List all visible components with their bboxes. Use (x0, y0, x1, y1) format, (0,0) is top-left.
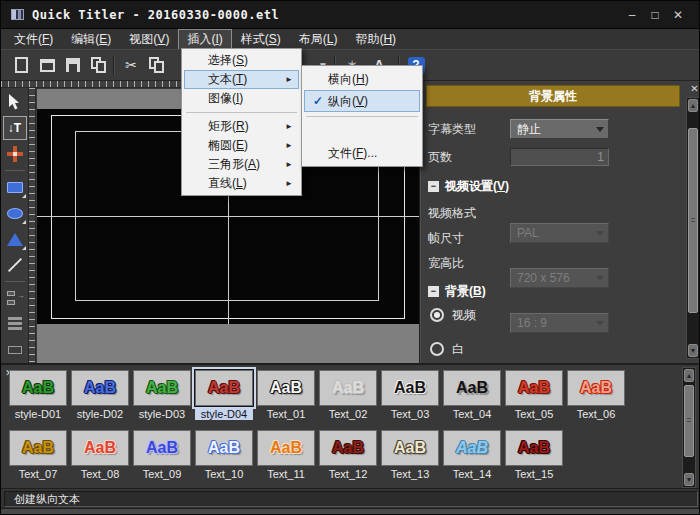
menubar-item[interactable]: 帮助H (346, 29, 405, 50)
scrollbar-thumb[interactable] (688, 128, 698, 313)
style-thumbnail[interactable]: AaB (567, 370, 625, 406)
background-radio-option[interactable]: 白 (430, 339, 476, 359)
style-label: Text_10 (195, 468, 253, 480)
rectangle-tool[interactable] (3, 175, 27, 199)
style-item[interactable]: AaB Text_14 (443, 430, 501, 480)
style-thumbnail[interactable]: AaB (257, 430, 315, 466)
style-item[interactable]: AaB Text_05 (505, 370, 563, 420)
style-label: Text_03 (381, 408, 439, 420)
text-submenu-item[interactable]: ✓ 纵向V ► (304, 90, 420, 112)
text-submenu-item[interactable]: ✓ ► (306, 116, 418, 138)
style-thumbnail[interactable]: AaB (443, 370, 501, 406)
style-item[interactable]: AaB Text_15 (505, 430, 563, 480)
gallery-scrollbar[interactable]: ▲ ▼ (682, 367, 696, 488)
layers-tool[interactable] (3, 312, 27, 336)
aspect-ratio-label: 宽高比 (428, 253, 464, 273)
style-thumbnail[interactable]: AaB (443, 430, 501, 466)
insert-menu-item[interactable]: ✓ 选择S ► (184, 51, 299, 70)
panel-close-icon[interactable]: ✕ (688, 82, 700, 95)
new-document-icon[interactable] (9, 53, 33, 77)
line-tool[interactable] (3, 253, 27, 277)
style-item[interactable]: AaB Text_04 (443, 370, 501, 420)
ellipse-tool[interactable] (3, 201, 27, 225)
style-item[interactable]: AaB Text_07 (9, 430, 67, 480)
style-item[interactable]: AaB Text_03 (381, 370, 439, 420)
style-item[interactable]: AaB style-D03 (133, 370, 191, 420)
style-thumbnail[interactable]: AaB (195, 430, 253, 466)
vertical-text-tool[interactable]: ↓T (3, 116, 27, 140)
style-item[interactable]: AaB Text_13 (381, 430, 439, 480)
style-item[interactable]: AaB Text_10 (195, 430, 253, 480)
menubar-item[interactable]: 布局L (290, 29, 347, 50)
style-sample: AaB (394, 379, 426, 397)
style-thumbnail[interactable]: AaB (381, 370, 439, 406)
scroll-up-icon[interactable]: ▲ (684, 369, 694, 382)
style-item[interactable]: AaB style-D02 (71, 370, 129, 420)
scroll-down-icon[interactable]: ▼ (688, 344, 698, 357)
save-icon[interactable] (61, 53, 85, 77)
align-tool[interactable] (3, 286, 27, 310)
insert-menu-item[interactable]: ✓ 椭圆E ► (184, 136, 299, 155)
panel-scrollbar[interactable]: ▲ ▼ (686, 97, 700, 359)
style-item[interactable]: AaB style-D01 (9, 370, 67, 420)
insert-menu-item[interactable]: ✓ 矩形R ► (184, 117, 299, 136)
style-item[interactable]: AaB Text_09 (133, 430, 191, 480)
menubar-item[interactable]: 视图V (120, 29, 178, 50)
pages-input[interactable] (510, 148, 609, 166)
style-item[interactable]: AaB style-D04 (195, 370, 253, 420)
style-item[interactable]: AaB Text_02 (319, 370, 377, 420)
menubar-item[interactable]: 编辑E (62, 29, 120, 50)
order-tool[interactable] (3, 338, 27, 362)
style-item[interactable]: AaB Text_11 (257, 430, 315, 480)
style-thumbnail[interactable]: AaB (9, 370, 67, 406)
style-thumbnail[interactable]: AaB (505, 430, 563, 466)
menubar-item[interactable]: 文件F (5, 29, 62, 50)
insert-menu-item[interactable]: ✓ ► (186, 112, 297, 113)
insert-menu-item[interactable]: ✓ 图像I ► (184, 89, 299, 108)
scrollbar-thumb[interactable] (684, 385, 694, 457)
menubar-item-label: 样式 (241, 32, 265, 46)
copy-icon[interactable] (145, 53, 169, 77)
insert-menu-item[interactable]: ✓ 直线L ► (184, 174, 299, 193)
style-label: Text_04 (443, 408, 501, 420)
text-submenu-item[interactable]: ✓ 横向H ► (304, 68, 420, 90)
style-thumbnail[interactable]: AaB (9, 430, 67, 466)
style-thumbnail[interactable]: AaB (319, 370, 377, 406)
background-radio-option[interactable]: 视频 (430, 305, 476, 325)
copy-title-icon[interactable] (87, 53, 111, 77)
style-thumbnail[interactable]: AaB (195, 370, 253, 406)
style-thumbnail[interactable]: AaB (381, 430, 439, 466)
minimize-icon[interactable]: – (625, 8, 639, 22)
scroll-down-icon[interactable]: ▼ (684, 473, 694, 486)
transform-tool[interactable] (3, 142, 27, 166)
style-item[interactable]: AaB Text_01 (257, 370, 315, 420)
style-thumbnail[interactable]: AaB (319, 430, 377, 466)
style-item[interactable]: AaB Text_06 (567, 370, 625, 420)
style-item[interactable]: AaB Text_12 (319, 430, 377, 480)
video-settings-section: − 视频设置V (428, 178, 509, 194)
style-thumbnail[interactable]: AaB (505, 370, 563, 406)
cut-icon[interactable]: ✂ (119, 53, 143, 77)
style-thumbnail[interactable]: AaB (71, 430, 129, 466)
style-thumbnail[interactable]: AaB (133, 370, 191, 406)
menubar-item[interactable]: 插入I (178, 29, 231, 50)
text-submenu-item[interactable]: ✓ 文件F... ► (304, 142, 420, 164)
select-tool[interactable] (3, 90, 27, 114)
collapse-icon[interactable]: − (428, 286, 439, 297)
menubar-item-mnemonic: L (323, 32, 338, 46)
style-sample: AaB (270, 439, 302, 457)
style-thumbnail[interactable]: AaB (133, 430, 191, 466)
triangle-tool[interactable] (3, 227, 27, 251)
menubar-item[interactable]: 样式S (232, 29, 290, 50)
style-thumbnail[interactable]: AaB (257, 370, 315, 406)
insert-menu-item[interactable]: ✓ 三角形A ► (184, 155, 299, 174)
open-icon[interactable] (35, 53, 59, 77)
close-icon[interactable]: ✕ (671, 8, 685, 22)
style-item[interactable]: AaB Text_08 (71, 430, 129, 480)
style-thumbnail[interactable]: AaB (71, 370, 129, 406)
maximize-icon[interactable]: □ (648, 8, 662, 22)
insert-menu-item[interactable]: ✓ 文本T ► (184, 70, 299, 89)
caption-type-select[interactable]: 静止 (510, 119, 609, 139)
collapse-icon[interactable]: − (428, 181, 439, 192)
scroll-up-icon[interactable]: ▲ (688, 99, 698, 112)
